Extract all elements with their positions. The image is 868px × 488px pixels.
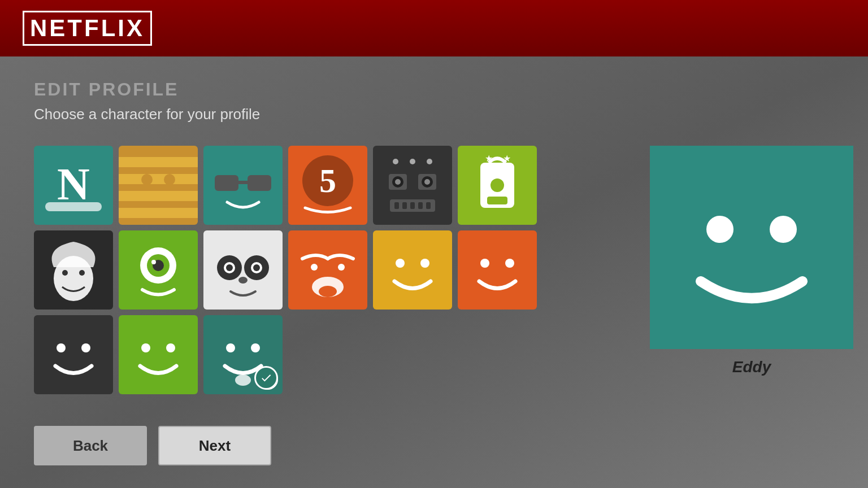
svg-point-18 (393, 159, 398, 164)
content-area: N (34, 146, 834, 409)
svg-point-55 (238, 277, 248, 284)
svg-point-57 (311, 264, 318, 271)
svg-point-79 (770, 216, 797, 243)
avatar-green-smile[interactable] (119, 315, 198, 394)
svg-rect-56 (288, 230, 367, 310)
svg-point-26 (424, 179, 430, 185)
svg-point-72 (166, 343, 175, 352)
svg-rect-31 (418, 202, 423, 209)
svg-point-35 (491, 178, 504, 192)
avatar-yellow-smile[interactable] (373, 230, 452, 310)
svg-rect-7 (119, 208, 198, 218)
header: NETFLIX (0, 0, 868, 56)
svg-rect-11 (215, 175, 238, 191)
avatar-netflix-n[interactable]: N (34, 146, 113, 225)
svg-rect-2 (45, 202, 102, 211)
svg-point-68 (57, 343, 66, 352)
svg-text:5: 5 (319, 162, 336, 199)
svg-text:★: ★ (485, 154, 493, 163)
svg-rect-6 (119, 191, 198, 201)
svg-point-69 (81, 343, 90, 352)
avatar-orange-tongue[interactable] (288, 230, 367, 310)
next-button[interactable]: Next (158, 426, 271, 465)
svg-point-60 (319, 286, 337, 297)
svg-rect-5 (119, 174, 198, 184)
svg-point-74 (226, 343, 235, 352)
svg-point-53 (226, 264, 233, 271)
svg-point-47 (151, 260, 156, 264)
svg-rect-61 (373, 230, 452, 310)
svg-point-65 (480, 259, 489, 268)
avatar-dark-smile[interactable] (34, 315, 113, 394)
svg-point-71 (141, 343, 150, 352)
preview-name-label: Eddy (732, 358, 771, 376)
preview-avatar-display (650, 146, 853, 349)
svg-point-23 (395, 179, 401, 185)
buttons-row: Back Next (34, 426, 834, 465)
svg-point-75 (251, 343, 260, 352)
svg-rect-30 (410, 202, 415, 209)
svg-point-19 (410, 159, 415, 164)
page-title: EDIT PROFILE (34, 79, 834, 100)
svg-point-9 (164, 174, 175, 185)
svg-rect-12 (248, 175, 271, 191)
svg-rect-48 (203, 230, 283, 310)
avatar-bag[interactable]: ★ ★ (458, 146, 537, 225)
svg-rect-13 (238, 181, 248, 184)
svg-point-78 (706, 216, 734, 243)
svg-rect-17 (373, 146, 452, 225)
svg-point-58 (338, 264, 345, 271)
svg-rect-4 (119, 157, 198, 167)
svg-rect-67 (34, 315, 113, 394)
svg-rect-64 (458, 230, 537, 310)
svg-point-62 (396, 259, 405, 268)
svg-text:★: ★ (503, 154, 511, 163)
svg-rect-32 (426, 202, 431, 209)
svg-point-42 (79, 270, 85, 276)
svg-rect-36 (487, 197, 507, 204)
avatar-raccoon[interactable] (203, 230, 283, 310)
avatar-number5[interactable]: 5 (288, 146, 367, 225)
back-button[interactable]: Back (34, 426, 147, 465)
avatar-robot[interactable] (373, 146, 452, 225)
svg-point-54 (253, 264, 260, 271)
avatar-sunglasses[interactable] (203, 146, 283, 225)
svg-point-8 (141, 174, 153, 185)
avatar-mummy[interactable] (119, 146, 198, 225)
svg-point-63 (420, 259, 429, 268)
svg-point-66 (505, 259, 514, 268)
svg-point-76 (235, 374, 251, 386)
avatar-orange-smile[interactable] (458, 230, 537, 310)
avatar-cyclops[interactable] (119, 230, 198, 310)
svg-text:N: N (57, 159, 90, 209)
netflix-logo: NETFLIX (23, 11, 152, 46)
preview-panel: Eddy (650, 146, 853, 376)
svg-rect-28 (394, 202, 399, 209)
page-subtitle: Choose a character for your profile (34, 106, 834, 123)
svg-rect-29 (402, 202, 407, 209)
avatar-grid: N (34, 146, 537, 394)
svg-rect-70 (119, 315, 198, 394)
svg-rect-77 (650, 146, 853, 349)
svg-point-20 (427, 159, 432, 164)
svg-point-41 (62, 270, 68, 276)
avatar-witch[interactable] (34, 230, 113, 310)
main-content: EDIT PROFILE Choose a character for your… (0, 56, 868, 488)
avatar-teal-tongue[interactable] (203, 315, 283, 394)
